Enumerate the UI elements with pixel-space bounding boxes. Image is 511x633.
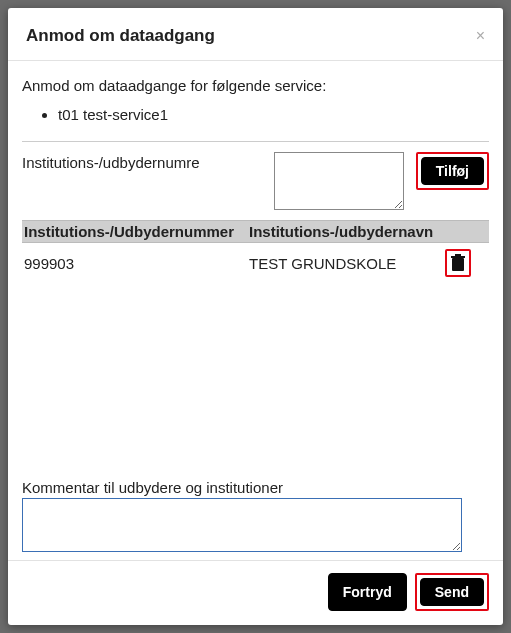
- close-button[interactable]: ×: [476, 28, 485, 44]
- comment-textarea[interactable]: [22, 498, 462, 552]
- send-button-highlight: Send: [415, 573, 489, 611]
- institution-numbers-input[interactable]: [274, 152, 404, 210]
- add-button-highlight: Tilføj: [416, 152, 489, 190]
- row-number: 999903: [22, 255, 249, 272]
- institution-label: Institutions-/udbydernumre: [22, 152, 262, 171]
- svg-rect-2: [455, 254, 461, 256]
- trash-icon[interactable]: [449, 253, 467, 273]
- intro-text: Anmod om dataadgange for følgende servic…: [22, 77, 489, 94]
- modal-dialog: Anmod om dataadgang × Anmod om dataadgan…: [8, 8, 503, 625]
- comment-label: Kommentar til udbydere og institutioner: [22, 479, 489, 496]
- svg-rect-0: [452, 258, 464, 271]
- delete-row-highlight: [445, 249, 471, 277]
- modal-body: Anmod om dataadgange for følgende servic…: [8, 61, 503, 560]
- send-button[interactable]: Send: [420, 578, 484, 606]
- separator: [22, 141, 489, 142]
- row-name: TEST GRUNDSKOLE: [249, 255, 445, 272]
- service-list: t01 test-service1: [22, 104, 489, 125]
- table-header-name: Institutions-/udbydernavn: [249, 223, 445, 240]
- table-header: Institutions-/Udbydernummer Institutions…: [22, 220, 489, 243]
- modal-title: Anmod om dataadgang: [26, 26, 215, 46]
- institution-input-row: Institutions-/udbydernumre Tilføj: [22, 152, 489, 210]
- service-item: t01 test-service1: [58, 104, 489, 125]
- table-row: 999903 TEST GRUNDSKOLE: [22, 243, 489, 283]
- body-spacer: [22, 283, 489, 479]
- add-button[interactable]: Tilføj: [421, 157, 484, 185]
- modal-footer: Fortryd Send: [8, 560, 503, 625]
- cancel-button[interactable]: Fortryd: [328, 573, 407, 611]
- table-header-number: Institutions-/Udbydernummer: [22, 223, 249, 240]
- modal-header: Anmod om dataadgang ×: [8, 8, 503, 61]
- svg-rect-1: [451, 256, 465, 258]
